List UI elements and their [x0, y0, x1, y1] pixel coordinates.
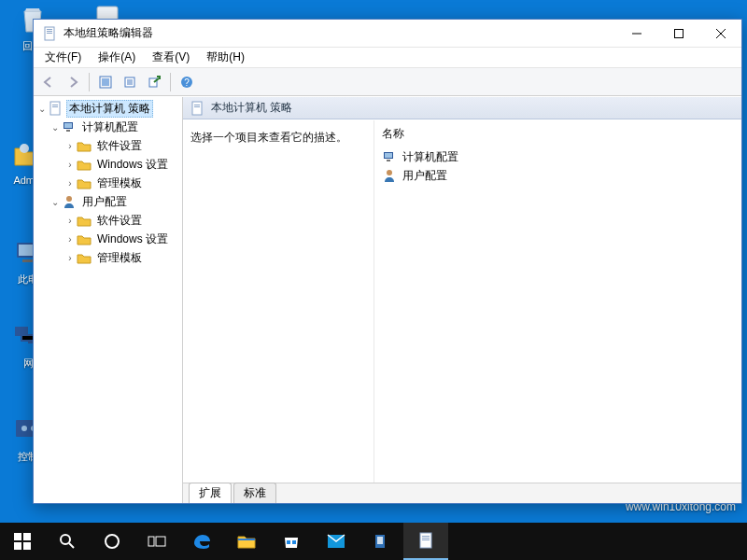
taskbar-mail-button[interactable] [314, 523, 359, 560]
expand-toggle-icon[interactable]: ⌄ [49, 197, 62, 207]
tree-computer-config[interactable]: ⌄ 计算机配置 [34, 118, 182, 136]
tree-label: Windows 设置 [94, 231, 171, 248]
list-item-label: 用户配置 [402, 168, 447, 184]
list-item[interactable]: 计算机配置 [382, 147, 734, 166]
menu-file[interactable]: 文件(F) [37, 48, 89, 67]
toolbar: ? [34, 68, 741, 96]
svg-rect-16 [102, 78, 109, 86]
content-header-title: 本地计算机 策略 [211, 100, 292, 116]
svg-rect-52 [422, 539, 430, 540]
svg-rect-44 [287, 540, 290, 544]
titlebar[interactable]: 本地组策略编辑器 [34, 20, 741, 48]
toolbar-export-button[interactable] [143, 71, 165, 93]
expand-toggle-icon[interactable]: › [63, 216, 77, 226]
tree-label: 管理模板 [94, 249, 145, 267]
tree-windows-settings[interactable]: › Windows 设置 [34, 155, 182, 174]
policy-doc-icon [49, 101, 63, 116]
expand-toggle-icon[interactable]: › [63, 160, 77, 170]
svg-text:?: ? [184, 77, 190, 88]
maximize-button[interactable] [657, 20, 699, 47]
tree-software-settings[interactable]: › 软件设置 [34, 136, 182, 155]
content-header: 本地计算机 策略 [183, 97, 741, 119]
expand-toggle-icon[interactable]: › [63, 253, 77, 263]
toolbar-up-button[interactable] [94, 71, 117, 93]
list-item[interactable]: 用户配置 [382, 166, 734, 185]
menu-help[interactable]: 帮助(H) [199, 48, 252, 67]
menu-action[interactable]: 操作(A) [91, 48, 143, 67]
svg-rect-23 [52, 106, 58, 107]
taskbar-cortana-button[interactable] [90, 523, 134, 560]
svg-rect-13 [47, 33, 52, 34]
list-item-label: 计算机配置 [402, 149, 458, 165]
svg-point-39 [61, 535, 70, 544]
svg-point-1 [20, 144, 29, 153]
computer-config-icon [382, 149, 397, 164]
tree-label: 管理模板 [94, 175, 145, 192]
folder-icon [77, 231, 92, 246]
tree-admin-templates[interactable]: › 管理模板 [34, 248, 182, 267]
folder-icon [77, 250, 92, 265]
expand-toggle-icon[interactable]: › [63, 178, 77, 189]
svg-rect-35 [14, 533, 21, 540]
toolbar-separator [89, 73, 90, 91]
folder-icon [77, 213, 92, 228]
start-button[interactable] [0, 523, 45, 560]
app-icon [43, 26, 58, 41]
close-button[interactable] [699, 20, 741, 47]
expand-toggle-icon[interactable]: › [63, 141, 77, 151]
svg-rect-30 [194, 106, 200, 107]
tree-windows-settings[interactable]: › Windows 设置 [34, 230, 182, 248]
svg-rect-37 [14, 542, 21, 550]
folder-icon [77, 175, 92, 190]
tree-admin-templates[interactable]: › 管理模板 [34, 174, 182, 192]
toolbar-properties-button[interactable] [119, 71, 141, 93]
svg-rect-45 [292, 540, 296, 544]
svg-rect-29 [194, 105, 200, 105]
policy-doc-icon [190, 101, 205, 116]
tree-label: 用户配置 [79, 193, 130, 211]
taskbar-app-button[interactable] [359, 523, 403, 560]
svg-rect-21 [50, 102, 60, 115]
tab-extended[interactable]: 扩展 [189, 483, 232, 503]
taskbar-explorer-button[interactable] [224, 523, 269, 560]
tree-user-config[interactable]: ⌄ 用户配置 [34, 192, 182, 211]
desktop-background: 回收 Admin 此电 网 控制 Win10之家 ww [0, 0, 747, 560]
svg-rect-32 [385, 153, 392, 158]
taskbar-store-button[interactable] [269, 523, 314, 560]
taskbar[interactable] [0, 523, 747, 560]
list-column[interactable]: 名称 计算机配置 用户配置 [374, 120, 741, 483]
svg-point-8 [21, 426, 27, 431]
tab-standard[interactable]: 标准 [233, 483, 276, 503]
desktop-icon-label: 网 [23, 357, 34, 369]
taskbar-taskview-button[interactable] [134, 523, 179, 560]
svg-rect-22 [52, 105, 58, 105]
minimize-button[interactable] [615, 20, 657, 47]
toolbar-back-button[interactable] [37, 71, 60, 93]
tree-software-settings[interactable]: › 软件设置 [34, 211, 182, 230]
toolbar-help-button[interactable]: ? [176, 71, 198, 93]
svg-rect-51 [422, 538, 430, 539]
toolbar-forward-button[interactable] [62, 71, 84, 93]
tree-root[interactable]: ⌄ 本地计算机 策略 [34, 99, 182, 118]
taskbar-gpedit-button[interactable] [403, 523, 448, 560]
list-header-name[interactable]: 名称 [382, 126, 734, 142]
tree-label: 本地计算机 策略 [66, 100, 153, 118]
svg-rect-5 [15, 327, 28, 336]
description-column: 选择一个项目来查看它的描述。 [183, 120, 374, 483]
menu-view[interactable]: 查看(V) [145, 48, 197, 67]
expand-toggle-icon[interactable]: ⌄ [49, 122, 62, 133]
svg-rect-14 [674, 29, 683, 37]
svg-rect-28 [192, 102, 202, 115]
svg-rect-42 [156, 537, 165, 546]
svg-rect-12 [47, 31, 52, 32]
svg-rect-33 [387, 160, 390, 161]
taskbar-edge-button[interactable] [179, 523, 224, 560]
svg-rect-43 [238, 539, 255, 540]
expand-toggle-icon[interactable]: › [63, 234, 77, 245]
user-config-icon [62, 194, 77, 209]
expand-toggle-icon[interactable]: ⌄ [35, 104, 49, 114]
svg-point-27 [66, 196, 72, 202]
tree-pane[interactable]: ⌄ 本地计算机 策略 ⌄ 计算机配置 › 软件设置 › Win [34, 97, 183, 503]
taskbar-search-button[interactable] [45, 523, 90, 560]
svg-rect-26 [66, 130, 70, 132]
